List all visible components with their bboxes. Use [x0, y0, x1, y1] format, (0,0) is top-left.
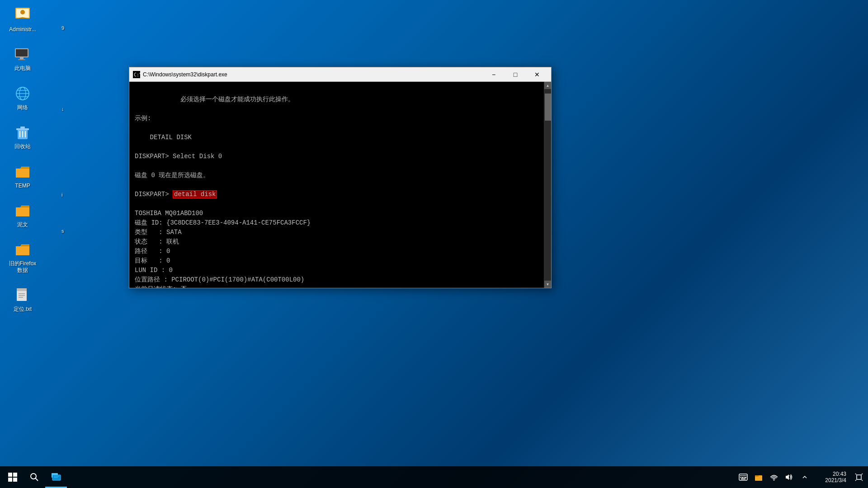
administrator-label: Administr... [9, 26, 36, 33]
terminal-title-text: C:\Windows\system32\diskpart.exe [143, 71, 483, 78]
svg-rect-33 [741, 475, 742, 476]
this-pc-label: 此电脑 [14, 65, 31, 71]
tray-overflow-icon[interactable] [797, 470, 812, 484]
terminal-line-cmd: DISKPART> detail disk [135, 190, 217, 198]
desktop-icon-network[interactable]: 网络 [5, 83, 41, 113]
highlighted-command: detail disk [173, 190, 217, 198]
svg-point-2 [20, 10, 25, 14]
svg-point-25 [31, 474, 36, 479]
svg-rect-42 [755, 475, 759, 477]
svg-text:C:\: C:\ [134, 72, 140, 77]
administrator-icon [14, 6, 32, 24]
taskbar: 20:43 2021/3/4 [0, 466, 868, 488]
svg-rect-6 [18, 59, 25, 60]
terminal-line-model: TOSHIBA MQ01ABD100 [135, 210, 203, 217]
text-folder-icon [14, 202, 32, 220]
taskbar-clock[interactable]: 20:43 2021/3/4 [816, 471, 852, 483]
firefox-data-label: 旧的Firefox数据 [6, 260, 39, 273]
terminal-line-select: DISKPART> Select Disk 0 [135, 153, 222, 160]
desktop-icon-this-pc[interactable]: 此电脑 [5, 43, 41, 73]
svg-rect-5 [20, 57, 24, 59]
scrollbar-thumb[interactable] [545, 94, 551, 121]
terminal-titlebar: C:\ C:\Windows\system32\diskpart.exe − □… [129, 67, 551, 82]
network-tray-icon[interactable] [767, 470, 781, 484]
svg-rect-40 [741, 479, 745, 479]
terminal-window: C:\ C:\Windows\system32\diskpart.exe − □… [129, 67, 552, 288]
svg-rect-13 [16, 128, 29, 130]
desktop-icon-text-folder[interactable]: 泥文 [5, 200, 41, 230]
temp-label: TEMP [15, 183, 30, 189]
titlebar-buttons: − □ ✕ [483, 67, 547, 82]
svg-rect-39 [744, 477, 746, 478]
network-label: 网络 [17, 104, 28, 111]
svg-point-43 [774, 479, 775, 481]
temp-folder-icon [14, 163, 32, 181]
taskbar-pinned-app[interactable] [45, 466, 67, 488]
svg-rect-38 [741, 477, 744, 478]
terminal-body: 必须选择一个磁盘才能成功执行此操作。 示例: DETAIL DISK DISKP… [129, 82, 551, 288]
network-icon [14, 84, 32, 103]
desktop-small-icon-4: s [61, 228, 64, 234]
close-button[interactable]: ✕ [527, 67, 547, 82]
start-button[interactable] [2, 466, 24, 488]
desktop-small-icon-3: i [61, 192, 62, 197]
keyboard-indicator[interactable] [736, 470, 750, 484]
terminal-line-example: 示例: [135, 115, 151, 122]
svg-rect-37 [740, 477, 741, 478]
svg-rect-32 [740, 475, 741, 476]
file-manager-tray-icon[interactable] [751, 470, 766, 484]
svg-rect-14 [20, 127, 25, 128]
desktop-icon-location-txt[interactable]: 定位.txt [5, 284, 41, 314]
desktop: Administr... 此电脑 [0, 0, 868, 466]
terminal-line-target: 目标 : 0 [135, 257, 170, 264]
svg-rect-19 [17, 288, 27, 291]
desktop-icon-firefox-data[interactable]: 旧的Firefox数据 [5, 239, 41, 275]
clock-date: 2021/3/4 [825, 477, 846, 483]
firefox-data-icon [14, 240, 32, 258]
location-txt-icon [14, 286, 32, 304]
terminal-scrollbar: ▲ ▼ [544, 82, 551, 288]
svg-rect-35 [744, 475, 745, 476]
terminal-line-detail-disk-example: DETAIL DISK [135, 134, 192, 141]
desktop-small-icon-2: ↓ [61, 106, 64, 112]
desktop-icon-temp[interactable]: TEMP [5, 161, 41, 191]
notification-button[interactable] [852, 466, 866, 488]
terminal-line-lun: LUN ID : 0 [135, 267, 173, 274]
terminal-content[interactable]: 必须选择一个磁盘才能成功执行此操作。 示例: DETAIL DISK DISKP… [129, 82, 544, 288]
windows-logo [8, 473, 17, 482]
svg-rect-4 [16, 49, 28, 56]
maximize-button[interactable]: □ [505, 67, 526, 82]
recycle-bin-icon [14, 123, 32, 141]
search-button[interactable] [24, 466, 45, 488]
minimize-button[interactable]: − [483, 67, 504, 82]
scrollbar-track[interactable] [544, 89, 551, 281]
location-txt-label: 定位.txt [14, 306, 32, 312]
terminal-line-1: 必须选择一个磁盘才能成功执行此操作。 [165, 96, 294, 103]
recycle-bin-label: 回收站 [14, 143, 31, 150]
desktop-icons: Administr... 此电脑 [5, 5, 41, 314]
terminal-line-disk-selected: 磁盘 0 现在是所选磁盘。 [135, 172, 209, 179]
clock-time: 20:43 [833, 471, 846, 477]
desktop-icon-recycle-bin[interactable]: 回收站 [5, 122, 41, 151]
terminal-line-location-path: 位置路径 : PCIROOT(0)#PCI(1700)#ATA(C00T00L0… [135, 276, 304, 283]
desktop-icon-administrator[interactable]: Administr... [5, 5, 41, 34]
svg-rect-34 [743, 475, 744, 476]
terminal-title-icon: C:\ [133, 71, 140, 78]
system-tray [736, 470, 816, 484]
desktop-small-icon-1: 9 [61, 25, 64, 31]
terminal-line-status: 状态 : 联机 [135, 238, 179, 245]
scrollbar-down-arrow[interactable]: ▼ [544, 281, 552, 288]
speaker-tray-icon[interactable] [782, 470, 797, 484]
svg-rect-36 [745, 475, 746, 476]
terminal-line-disk-id: 磁盘 ID: {3C8DCE83-7EE3-4094-A141-CE75FCA3… [135, 219, 311, 226]
this-pc-icon [14, 45, 32, 63]
terminal-line-readonly-current: 当前只读状态: 否 [135, 286, 187, 288]
terminal-line-type: 类型 : SATA [135, 229, 182, 236]
terminal-line-path: 路径 : 0 [135, 248, 170, 255]
scrollbar-up-arrow[interactable]: ▲ [544, 82, 552, 89]
text-folder-label: 泥文 [17, 221, 28, 228]
svg-line-26 [36, 479, 38, 481]
